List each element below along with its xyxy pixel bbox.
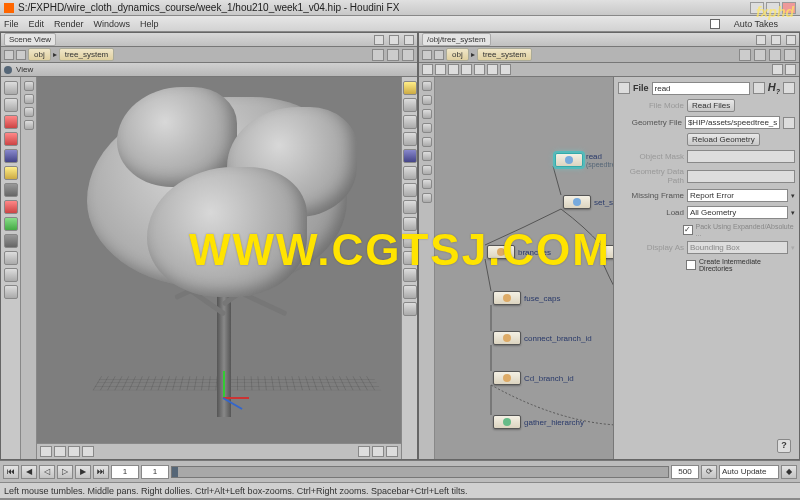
net-opt-icon[interactable] — [754, 49, 766, 61]
disp13-icon[interactable] — [403, 285, 417, 299]
disp9-icon[interactable] — [403, 217, 417, 231]
play-next-button[interactable]: ▶ — [75, 465, 91, 479]
vp-b5-icon[interactable] — [358, 446, 370, 457]
nt1-icon[interactable] — [422, 64, 433, 75]
ns3-icon[interactable] — [422, 109, 432, 119]
network-tab[interactable]: /obj/tree_system — [422, 33, 491, 46]
snap2-icon[interactable] — [24, 94, 34, 104]
pane-close-icon[interactable] — [404, 35, 414, 45]
ns8-icon[interactable] — [422, 179, 432, 189]
net-back-icon[interactable] — [422, 50, 432, 60]
play-fwd-button[interactable]: ▷ — [57, 465, 73, 479]
nt9-icon[interactable] — [785, 64, 796, 75]
ns2-icon[interactable] — [422, 95, 432, 105]
ns1-icon[interactable] — [422, 81, 432, 91]
path-back-icon[interactable] — [4, 50, 14, 60]
net-path-tree-system[interactable]: tree_system — [477, 48, 533, 61]
gear-icon[interactable] — [783, 82, 795, 94]
nt3-icon[interactable] — [448, 64, 459, 75]
nt5-icon[interactable] — [474, 64, 485, 75]
misc3-tool-icon[interactable] — [4, 285, 18, 299]
viewport-3d[interactable]: Shaded Wireframe — [1, 77, 417, 459]
vp-b3-icon[interactable] — [68, 446, 80, 457]
scene-view-tab[interactable]: Scene View — [4, 33, 56, 46]
path-tree-system[interactable]: tree_system — [59, 48, 115, 61]
path-fwd-icon[interactable] — [16, 50, 26, 60]
vp-b6-icon[interactable] — [372, 446, 384, 457]
ns7-icon[interactable] — [422, 165, 432, 175]
disp4-icon[interactable] — [403, 132, 417, 146]
menu-windows[interactable]: Windows — [94, 19, 131, 29]
ns6-icon[interactable] — [422, 151, 432, 161]
disp14-icon[interactable] — [403, 302, 417, 316]
create-dirs-checkbox[interactable] — [686, 260, 696, 270]
snap3-icon[interactable] — [24, 107, 34, 117]
close-button[interactable] — [782, 2, 796, 14]
disp11-icon[interactable] — [403, 251, 417, 265]
flag-icon[interactable] — [753, 82, 765, 94]
play-prev-button[interactable]: ◀ — [21, 465, 37, 479]
vp-b4-icon[interactable] — [82, 446, 94, 457]
node-cd_branch_id[interactable]: Cd_branch_id — [493, 371, 574, 385]
handle-tool-icon[interactable] — [4, 149, 18, 163]
frame-cur-field[interactable]: 1 — [141, 465, 169, 479]
net-fwd-icon[interactable] — [434, 50, 444, 60]
select-tool-icon[interactable] — [4, 81, 18, 95]
play-rev-button[interactable]: ◁ — [39, 465, 55, 479]
vp-b2-icon[interactable] — [54, 446, 66, 457]
pane-max-icon[interactable] — [389, 35, 399, 45]
file-browse-icon[interactable] — [783, 117, 795, 129]
update-mode-select[interactable]: Auto Update — [719, 465, 779, 479]
light-tool-icon[interactable] — [4, 200, 18, 214]
disp2-icon[interactable] — [403, 98, 417, 112]
pane2-menu-icon[interactable] — [756, 35, 766, 45]
disp10-icon[interactable] — [403, 234, 417, 248]
nt4-icon[interactable] — [461, 64, 472, 75]
pose-tool-icon[interactable] — [4, 234, 18, 248]
node-name-field[interactable]: read — [652, 82, 750, 95]
maximize-button[interactable] — [766, 2, 780, 14]
nt7-icon[interactable] — [500, 64, 511, 75]
bone-tool-icon[interactable] — [4, 217, 18, 231]
net-path-obj[interactable]: obj — [446, 48, 469, 61]
disp12-icon[interactable] — [403, 268, 417, 282]
help-icon[interactable]: ? — [777, 439, 791, 453]
misc2-tool-icon[interactable] — [4, 268, 18, 282]
frame-end-field[interactable]: 500 — [671, 465, 699, 479]
misc-tool-icon[interactable] — [4, 251, 18, 265]
ns5-icon[interactable] — [422, 137, 432, 147]
net-opt3-icon[interactable] — [784, 49, 796, 61]
viewport-opt-icon[interactable] — [372, 49, 384, 61]
disp5-icon[interactable] — [403, 149, 417, 163]
ns4-icon[interactable] — [422, 123, 432, 133]
rotate-tool-icon[interactable] — [4, 115, 18, 129]
minimize-button[interactable] — [750, 2, 764, 14]
pack-checkbox[interactable] — [683, 225, 693, 235]
net-opt2-icon[interactable] — [769, 49, 781, 61]
disp3-icon[interactable] — [403, 115, 417, 129]
node-connect_branch_id[interactable]: connect_branch_id — [493, 331, 592, 345]
viewport-opt3-icon[interactable] — [402, 49, 414, 61]
menu-render[interactable]: Render — [54, 19, 84, 29]
reload-geometry-button[interactable]: Reload Geometry — [687, 133, 760, 146]
ns9-icon[interactable] — [422, 193, 432, 203]
node-fuse_caps[interactable]: fuse_caps — [493, 291, 560, 305]
nt6-icon[interactable] — [487, 64, 498, 75]
nt2-icon[interactable] — [435, 64, 446, 75]
disp6-icon[interactable] — [403, 166, 417, 180]
net-find-icon[interactable] — [739, 49, 751, 61]
node-branches[interactable]: branches — [487, 245, 551, 259]
geometry-file-field[interactable]: $HIP/assets/speedtree_s — [685, 116, 780, 129]
missing-frame-select[interactable]: Report Error — [687, 189, 788, 202]
menu-file[interactable]: File — [4, 19, 19, 29]
load-select[interactable]: All Geometry — [687, 206, 788, 219]
node-gather_hierarchy[interactable]: gather_hierarchy — [493, 415, 584, 429]
key-icon[interactable]: ◆ — [781, 465, 797, 479]
nt8-icon[interactable] — [772, 64, 783, 75]
read-files-button[interactable]: Read Files — [687, 99, 735, 112]
menu-edit[interactable]: Edit — [29, 19, 45, 29]
path-obj[interactable]: obj — [28, 48, 51, 61]
disp7-icon[interactable] — [403, 183, 417, 197]
frame-start-field[interactable]: 1 — [111, 465, 139, 479]
realtime-icon[interactable]: ⟳ — [701, 465, 717, 479]
